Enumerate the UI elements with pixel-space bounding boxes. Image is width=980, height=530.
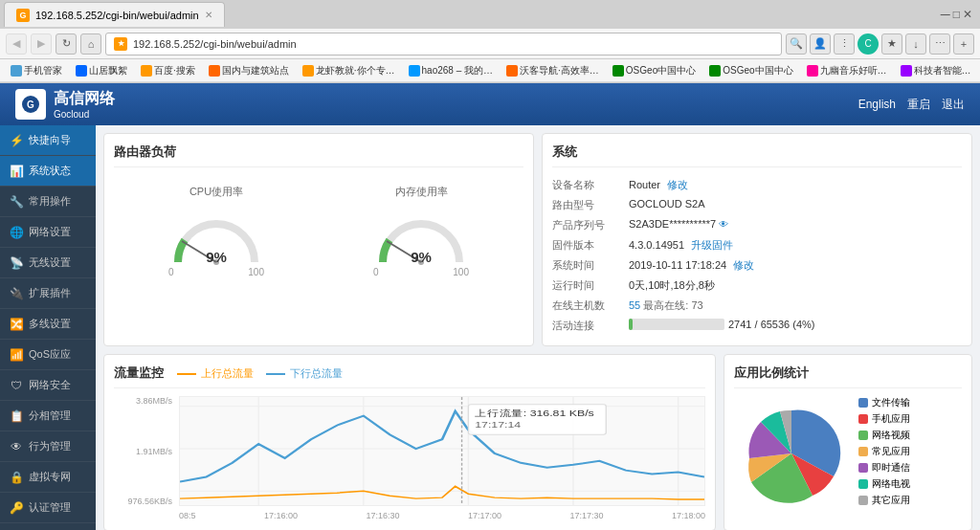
bookmark-item[interactable]: 龙虾教就·你个专…: [298, 62, 400, 79]
search-btn[interactable]: 🔍: [786, 33, 807, 55]
serial-eye[interactable]: 👁: [719, 219, 728, 230]
sidebar-item-label: 网络安全: [29, 378, 71, 392]
sidebar-item-network[interactable]: 🌐 网络设置: [0, 217, 96, 248]
sidebar-item-label: 无线设置: [29, 255, 71, 270]
sidebar-item-quickstart[interactable]: ⚡ 快捷向导: [0, 125, 96, 156]
y-label-top: 3.86MB/s: [114, 396, 172, 406]
sidebar-item-security[interactable]: 🛡 网络安全: [0, 370, 96, 401]
download-btn[interactable]: ↓: [905, 33, 926, 55]
sidebar-item-flowmgmt[interactable]: 📋 分相管理: [0, 401, 96, 431]
bookmark-icon: [506, 65, 518, 77]
sidebar-item-qos[interactable]: 📶 QoS应应: [0, 340, 96, 370]
legend-item-video: 网络视频: [858, 429, 910, 442]
uptime-row: 运行时间 0天,10时,18分,8秒: [552, 276, 962, 296]
browser-toolbar: ◀ ▶ ↻ ⌂ ★ 192.168.5.252/cgi-bin/webui/ad…: [0, 29, 980, 59]
tab-title: 192.168.5.252/cgi-bin/webui/admin: [35, 10, 199, 21]
app-header: G 高信网络 Gocloud English 重启 退出: [0, 83, 980, 125]
legend-label-common: 常见应用: [872, 445, 910, 458]
app-container: ⚡ 快捷向导 📊 系统状态 🔧 常用操作 🌐 网络设置 📡 无线设置 🔌 扩展插…: [0, 125, 980, 530]
forward-btn[interactable]: ▶: [31, 33, 52, 55]
model-row: 路由型号 GOCLOUD S2A: [552, 195, 962, 215]
minimize-btn[interactable]: ─: [941, 7, 950, 22]
online-count[interactable]: 55: [629, 299, 640, 311]
reboot-btn[interactable]: 重启: [907, 97, 930, 113]
sidebar-item-behavior[interactable]: 👁 行为管理: [0, 431, 96, 462]
sidebar-item-multiline[interactable]: 🔀 多线设置: [0, 309, 96, 340]
cpu-min: 0: [168, 267, 174, 277]
system-info-card: 系统 设备名称 Router 修改 路由型号 GOCLOUD S2A: [542, 133, 972, 346]
home-btn[interactable]: ⌂: [80, 33, 101, 55]
legend-dot-mobile: [858, 414, 868, 424]
cpu-gauge: 9%: [168, 205, 264, 267]
address-bar[interactable]: ★ 192.168.5.252/cgi-bin/webui/admin: [105, 33, 782, 55]
mem-label: 内存使用率: [373, 185, 469, 199]
close-btn[interactable]: ✕: [963, 8, 972, 21]
bookmark-item[interactable]: OSGeo中国中心: [704, 62, 797, 79]
main-content: 路由器负荷 CPU使用率: [96, 125, 980, 530]
legend-label-file: 文件传输: [872, 396, 910, 409]
bookmark-item[interactable]: 科技者智能…: [896, 62, 976, 79]
extend-btn[interactable]: +: [953, 33, 974, 55]
bookmark-icon: [11, 65, 22, 77]
legend-dot-common: [858, 447, 868, 456]
sidebar-item-auth[interactable]: 🔑 认证管理: [0, 493, 96, 523]
bookmark-item[interactable]: 沃客导航·高效率…: [501, 62, 604, 79]
logout-btn[interactable]: 退出: [942, 97, 965, 113]
sidebar-item-plugins[interactable]: 🔌 扩展插件: [0, 278, 96, 309]
address-text: 192.168.5.252/cgi-bin/webui/admin: [133, 38, 297, 50]
bookmark-icon: [302, 65, 314, 77]
lang-btn[interactable]: English: [858, 98, 896, 111]
sidebar-item-label: 行为管理: [29, 439, 71, 453]
browser-tab[interactable]: G 192.168.5.252/cgi-bin/webui/admin ✕: [4, 2, 225, 27]
header-logo: G 高信网络 Gocloud: [15, 89, 115, 120]
refresh-btn[interactable]: ↻: [56, 33, 77, 55]
gauges-container: CPU使用率: [114, 175, 523, 287]
tab-close-btn[interactable]: ✕: [205, 10, 212, 20]
bookmark-item[interactable]: 国内与建筑站点: [204, 62, 294, 79]
mem-value: 9%: [411, 249, 432, 265]
bookmark-item[interactable]: OSGeo中国中心: [608, 62, 701, 79]
star-btn[interactable]: ★: [881, 33, 902, 55]
firmware-upgrade-link[interactable]: 升级固件: [691, 239, 733, 251]
back-btn[interactable]: ◀: [6, 33, 27, 55]
online-value: 55 最高在线: 73: [629, 298, 962, 313]
sidebar-item-vpn[interactable]: 🔒 虚拟专网: [0, 462, 96, 493]
browser-tabs: G 192.168.5.252/cgi-bin/webui/admin ✕ ─ …: [0, 0, 980, 29]
firmware-value: 4.3.0.14951 升级固件: [629, 238, 962, 253]
online-label: 在线主机数: [552, 298, 629, 313]
legend-item-other: 其它应用: [858, 494, 910, 507]
sidebar-item-ap[interactable]: 📡 AP管理: [0, 523, 96, 530]
device-edit-link[interactable]: 修改: [667, 179, 688, 190]
logo-text: 高信网络 Gocloud: [54, 89, 115, 120]
legend-dot-im: [858, 463, 868, 473]
sysdate-edit-link[interactable]: 修改: [733, 259, 754, 271]
sidebar-item-common[interactable]: 🔧 常用操作: [0, 187, 96, 217]
x-label-4: 17:17:30: [569, 511, 603, 520]
sidebar-item-status[interactable]: 📊 系统状态: [0, 156, 96, 187]
bookmark-item[interactable]: hao268 – 我的…: [404, 62, 499, 79]
legend-label-video: 网络视频: [872, 429, 910, 442]
download-legend: 下行总流量: [266, 367, 343, 379]
online-row: 在线主机数 55 最高在线: 73: [552, 296, 962, 316]
user-btn[interactable]: 👤: [810, 33, 831, 55]
bookmark-item[interactable]: 九幽音乐好听…: [802, 62, 892, 79]
app-stats-title: 应用比例统计: [734, 364, 962, 388]
bookmark-item[interactable]: 山居飘絮: [71, 62, 132, 79]
legend-item-im: 即时通信: [858, 461, 910, 475]
x-axis: 08:5 17:16:00 17:16:30 17:17:00 17:17:30…: [179, 509, 705, 520]
network-icon: 🌐: [10, 226, 23, 239]
bookmark-item[interactable]: 手机管家: [6, 62, 67, 79]
profile-avatar[interactable]: C: [858, 33, 879, 55]
bookmark-item[interactable]: 百度·搜索: [136, 62, 200, 79]
legend-item-file: 文件传输: [858, 396, 910, 409]
pie-container: 文件传输 手机应用 网络视频 常见应用: [734, 396, 962, 510]
more-btn[interactable]: ⋯: [929, 33, 950, 55]
vpn-icon: 🔒: [10, 471, 23, 484]
maximize-btn[interactable]: □: [953, 8, 960, 21]
y-axis: 3.86MB/s 1.91MB/s 976.56KB/s: [114, 396, 176, 506]
y-label-bot: 976.56KB/s: [114, 497, 172, 506]
cpu-max: 100: [248, 267, 264, 277]
sidebar-item-wireless[interactable]: 📡 无线设置: [0, 248, 96, 278]
sidebar-item-label: 快捷向导: [29, 133, 71, 147]
settings-btn[interactable]: ⋮: [834, 33, 855, 55]
